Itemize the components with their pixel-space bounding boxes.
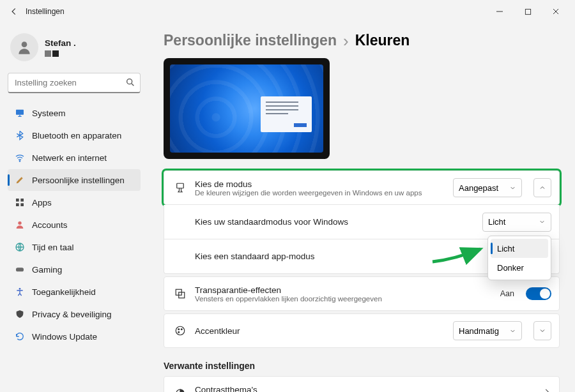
expand-button[interactable] <box>533 321 551 340</box>
highlight-annotation: Kies de modus De kleuren wijzigen die wo… <box>164 170 560 205</box>
window-controls <box>486 3 570 20</box>
row-windows-mode[interactable]: Kies uw standaardmodus voor Windows Lich… <box>164 205 560 239</box>
breadcrumb-parent[interactable]: Persoonlijke instellingen <box>164 32 337 49</box>
sidebar-item-toegang[interactable]: Toegankelijkheid <box>8 281 141 303</box>
chevron-right-icon <box>542 388 551 392</box>
related-heading: Verwante instellingen <box>164 361 560 371</box>
pencil-icon <box>14 175 26 185</box>
sidebar-item-label: Windows Update <box>32 332 97 342</box>
sidebar: Stefan . SysteemBluetooth en apparatenNe… <box>0 23 147 392</box>
avatar <box>10 33 38 61</box>
app-mode-dropdown[interactable]: Licht Donker <box>487 236 551 280</box>
toggle-state: Aan <box>500 289 514 298</box>
profile-block[interactable]: Stefan . <box>8 28 141 68</box>
mode-combo[interactable]: Aangepast <box>453 178 522 197</box>
svg-rect-5 <box>16 199 19 202</box>
sidebar-item-tijd[interactable]: Tijd en taal <box>8 236 141 258</box>
row-contrast-themes[interactable]: Contrastthema's Kleurenthema's voor slec… <box>164 376 560 392</box>
palette-icon <box>173 325 187 336</box>
sidebar-item-label: Systeem <box>32 109 66 118</box>
update-icon <box>14 331 26 342</box>
search-box[interactable] <box>8 73 141 93</box>
theme-preview <box>164 58 330 159</box>
row-choose-mode[interactable]: Kies de modus De kleuren wijzigen die wo… <box>164 170 560 205</box>
svg-rect-6 <box>20 199 24 202</box>
svg-point-4 <box>19 161 20 162</box>
access-icon <box>14 287 26 297</box>
sidebar-item-systeem[interactable]: Systeem <box>8 102 141 124</box>
svg-rect-8 <box>20 203 24 206</box>
sidebar-item-accounts[interactable]: Accounts <box>8 214 141 236</box>
transparency-icon <box>173 288 187 299</box>
sidebar-item-privacy[interactable]: Privacy & beveiliging <box>8 303 141 325</box>
collapse-button[interactable] <box>533 178 551 197</box>
user-icon <box>14 220 26 230</box>
profile-swatches <box>45 50 76 57</box>
svg-point-16 <box>176 326 185 335</box>
sidebar-item-label: Bluetooth en apparaten <box>32 131 121 140</box>
row-app-mode[interactable]: Kies een standaard app-modus Licht Donke… <box>164 239 560 274</box>
shield-icon <box>14 309 26 319</box>
svg-rect-7 <box>16 203 19 206</box>
sidebar-item-gaming[interactable]: Gaming <box>8 259 141 280</box>
sidebar-item-label: Apps <box>32 198 52 207</box>
search-icon <box>125 77 135 90</box>
dropdown-option-donker[interactable]: Donker <box>491 258 548 277</box>
wifi-icon <box>14 153 26 163</box>
globe-icon <box>14 242 26 252</box>
maximize-button[interactable] <box>514 3 542 20</box>
sidebar-item-update[interactable]: Windows Update <box>8 326 141 347</box>
sidebar-item-label: Tijd en taal <box>32 243 74 252</box>
dropdown-option-licht[interactable]: Licht <box>491 239 548 258</box>
sidebar-item-label: Accounts <box>32 220 68 230</box>
preview-window <box>261 96 312 132</box>
svg-rect-0 <box>525 9 530 14</box>
page-title: Kleuren <box>355 32 410 49</box>
bluetooth-icon <box>14 130 26 140</box>
sidebar-item-label: Privacy & beveiliging <box>32 310 112 319</box>
svg-point-9 <box>18 222 21 225</box>
contrast-icon <box>173 388 187 392</box>
sidebar-item-label: Persoonlijke instellingen <box>32 176 125 185</box>
chevron-right-icon: › <box>343 33 349 49</box>
sidebar-item-label: Netwerk en internet <box>32 153 107 163</box>
sidebar-item-apps[interactable]: Apps <box>8 192 141 213</box>
profile-name: Stefan . <box>45 38 76 48</box>
svg-rect-11 <box>16 268 24 271</box>
svg-point-18 <box>181 329 182 330</box>
row-desc: De kleuren wijzigen die worden weergegev… <box>195 189 445 197</box>
brush-icon <box>173 182 187 193</box>
transparency-toggle[interactable] <box>526 287 551 300</box>
breadcrumb: Persoonlijke instellingen › Kleuren <box>164 29 560 58</box>
minimize-button[interactable] <box>486 3 514 20</box>
gamepad-icon <box>14 264 26 275</box>
svg-rect-13 <box>177 183 184 188</box>
window-title: Instellingen <box>26 7 65 16</box>
nav: SysteemBluetooth en apparatenNetwerk en … <box>8 102 141 347</box>
sidebar-item-bluetooth[interactable]: Bluetooth en apparaten <box>8 124 141 146</box>
windows-mode-combo[interactable]: Licht <box>482 213 551 232</box>
body: Stefan . SysteemBluetooth en apparatenNe… <box>0 23 575 392</box>
row-accent-color[interactable]: Accentkleur Handmatig <box>164 313 560 348</box>
main-content[interactable]: Persoonlijke instellingen › Kleuren <box>147 23 575 392</box>
svg-rect-3 <box>16 110 24 115</box>
settings-window: Instellingen Stefan . <box>0 0 575 392</box>
sidebar-item-personal[interactable]: Persoonlijke instellingen <box>8 169 141 191</box>
svg-point-12 <box>19 288 21 290</box>
search-input[interactable] <box>8 73 141 93</box>
close-button[interactable] <box>542 3 570 20</box>
svg-point-1 <box>22 41 27 47</box>
row-transparency[interactable]: Transparantie-effecten Vensters en opper… <box>164 276 560 311</box>
svg-point-19 <box>178 331 180 333</box>
titlebar: Instellingen <box>0 0 575 23</box>
sidebar-item-label: Toegankelijkheid <box>32 287 96 297</box>
sidebar-item-label: Gaming <box>32 265 62 275</box>
sidebar-item-netwerk[interactable]: Netwerk en internet <box>8 147 141 169</box>
svg-point-17 <box>178 329 180 330</box>
row-title: Kies de modus <box>195 179 445 189</box>
apps-icon <box>14 197 26 207</box>
system-icon <box>14 108 26 118</box>
back-button[interactable] <box>6 4 22 19</box>
accent-combo[interactable]: Handmatig <box>453 321 522 340</box>
svg-point-2 <box>127 79 132 84</box>
